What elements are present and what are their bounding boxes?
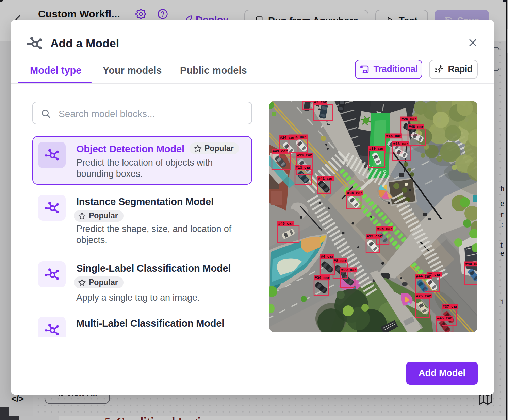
svg-text:#48 car: #48 car bbox=[278, 222, 294, 226]
svg-text:#7 car: #7 car bbox=[314, 101, 327, 104]
svg-text:#4 car: #4 car bbox=[321, 255, 334, 259]
svg-text:5 car: 5 car bbox=[295, 135, 306, 139]
svg-text:#25 car: #25 car bbox=[416, 294, 431, 298]
svg-text:#33 car: #33 car bbox=[297, 153, 312, 157]
svg-text:#15 car: #15 car bbox=[386, 134, 402, 138]
svg-text:#26 car: #26 car bbox=[402, 117, 417, 121]
svg-text:#12 car: #12 car bbox=[367, 234, 382, 238]
svg-text:#13 car: #13 car bbox=[296, 166, 311, 170]
svg-text:#8 car: #8 car bbox=[334, 259, 347, 263]
svg-text:#28 car: #28 car bbox=[377, 227, 393, 231]
svg-text:#46 car: #46 car bbox=[409, 125, 424, 129]
svg-text:#16 car: #16 car bbox=[393, 142, 409, 146]
svg-text:#39 car: #39 car bbox=[369, 147, 384, 151]
svg-text:#41 car: #41 car bbox=[318, 177, 333, 181]
svg-text:#24 car: #24 car bbox=[280, 136, 295, 140]
svg-text:#45 car: #45 car bbox=[437, 316, 453, 320]
svg-text:#36 car: #36 car bbox=[347, 191, 363, 195]
svg-text:#49 car: #49 car bbox=[273, 149, 288, 153]
svg-text:#40 car: #40 car bbox=[465, 262, 478, 266]
svg-text:#37 car: #37 car bbox=[443, 305, 458, 309]
svg-text:#34 car: #34 car bbox=[315, 276, 330, 280]
svg-text:#44 car: #44 car bbox=[416, 274, 431, 279]
svg-text:#20 car: #20 car bbox=[341, 268, 357, 272]
